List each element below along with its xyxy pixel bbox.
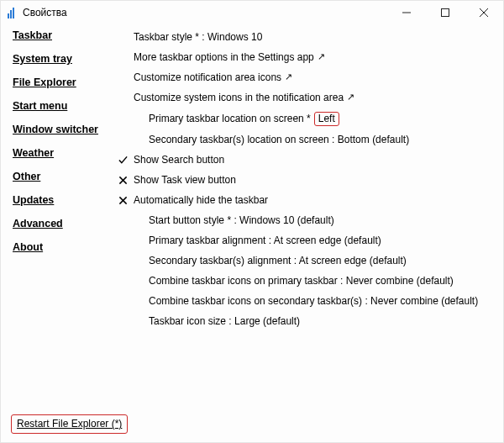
setting-label: Taskbar icon size : Large (default) — [149, 315, 300, 328]
setting-label: Show Task view button — [134, 174, 236, 187]
sidebar-item-taskbar[interactable]: Taskbar — [13, 29, 118, 41]
setting-label: Customize system icons in the notificati… — [134, 92, 344, 104]
setting-label: Combine taskbar icons on secondary taskb… — [149, 295, 478, 308]
setting-label: Start button style * : Windows 10 (defau… — [149, 214, 334, 227]
sidebar-item-updates[interactable]: Updates — [13, 194, 118, 206]
setting-label: Primary taskbar location on screen * — [149, 113, 311, 125]
setting-label: Customize notification area icons — [134, 71, 281, 84]
sidebar-item-advanced[interactable]: Advanced — [13, 218, 118, 229]
setting-combine-secondary[interactable]: Combine taskbar icons on secondary taskb… — [118, 295, 495, 308]
toggle-show-search-button[interactable]: Show Search button — [118, 154, 495, 166]
setting-label: Secondary taskbar(s) alignment : At scre… — [149, 255, 407, 267]
sidebar-item-start-menu[interactable]: Start menu — [13, 100, 118, 112]
sidebar-item-file-explorer[interactable]: File Explorer — [13, 76, 118, 88]
sidebar-item-window-switcher[interactable]: Window switcher — [13, 124, 118, 135]
setting-value-highlighted: Left — [314, 112, 339, 126]
window-controls — [387, 1, 503, 24]
toggle-auto-hide-taskbar[interactable]: Automatically hide the taskbar — [118, 194, 495, 207]
external-link-icon: ↗ — [347, 91, 354, 103]
setting-label: Taskbar style * : Windows 10 — [134, 31, 262, 44]
close-button[interactable] — [465, 1, 503, 24]
setting-taskbar-style[interactable]: Taskbar style * : Windows 10 — [118, 31, 495, 44]
sidebar-item-system-tray[interactable]: System tray — [13, 53, 118, 65]
cross-icon — [118, 176, 134, 185]
properties-window: Свойства Taskbar System tray File Explor… — [0, 0, 504, 443]
setting-taskbar-icon-size[interactable]: Taskbar icon size : Large (default) — [118, 315, 495, 328]
external-link-icon: ↗ — [285, 71, 292, 83]
sidebar-item-about[interactable]: About — [13, 241, 118, 253]
cross-icon — [118, 196, 134, 205]
setting-secondary-alignment[interactable]: Secondary taskbar(s) alignment : At scre… — [118, 255, 495, 267]
setting-start-button-style[interactable]: Start button style * : Windows 10 (defau… — [118, 214, 495, 227]
toggle-show-task-view-button[interactable]: Show Task view button — [118, 174, 495, 187]
svg-rect-1 — [442, 9, 449, 17]
sidebar-item-other[interactable]: Other — [13, 171, 118, 182]
setting-combine-primary[interactable]: Combine taskbar icons on primary taskbar… — [118, 275, 495, 287]
setting-label: Primary taskbar alignment : At screen ed… — [149, 235, 381, 247]
setting-secondary-taskbar-location[interactable]: Secondary taskbar(s) location on screen … — [118, 134, 495, 146]
maximize-button[interactable] — [426, 1, 465, 24]
setting-primary-taskbar-location[interactable]: Primary taskbar location on screen * Lef… — [118, 112, 495, 126]
app-icon — [8, 7, 18, 18]
setting-label: Show Search button — [134, 154, 224, 166]
link-customize-notification-icons[interactable]: Customize notification area icons ↗ — [118, 71, 495, 84]
setting-label: More taskbar options in the Settings app — [134, 51, 314, 64]
content-panel: Taskbar style * : Windows 10 More taskba… — [118, 29, 503, 414]
sidebar: Taskbar System tray File Explorer Start … — [1, 29, 118, 414]
link-more-taskbar-options[interactable]: More taskbar options in the Settings app… — [118, 51, 495, 64]
setting-label: Secondary taskbar(s) location on screen … — [149, 134, 409, 146]
titlebar: Свойства — [1, 1, 503, 24]
checkmark-icon — [118, 156, 134, 165]
setting-primary-alignment[interactable]: Primary taskbar alignment : At screen ed… — [118, 235, 495, 247]
sidebar-item-weather[interactable]: Weather — [13, 147, 118, 159]
footer: Restart File Explorer (*) — [1, 414, 503, 442]
setting-label: Combine taskbar icons on primary taskbar… — [149, 275, 454, 287]
setting-label: Automatically hide the taskbar — [134, 194, 268, 207]
minimize-button[interactable] — [387, 1, 426, 24]
external-link-icon: ↗ — [318, 50, 325, 63]
restart-file-explorer-button[interactable]: Restart File Explorer (*) — [11, 414, 128, 434]
link-customize-system-icons[interactable]: Customize system icons in the notificati… — [118, 92, 495, 104]
window-title: Свойства — [23, 7, 67, 18]
